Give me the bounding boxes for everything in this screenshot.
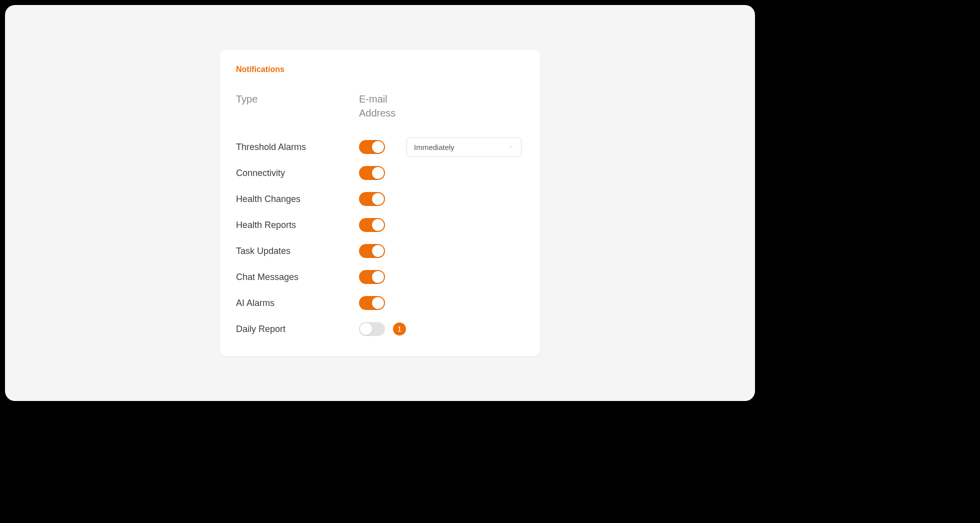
column-header-type: Type bbox=[236, 92, 359, 106]
toggle-knob bbox=[372, 271, 384, 283]
toggle-knob bbox=[372, 297, 384, 309]
table-row: Task Updates bbox=[236, 238, 524, 264]
table-row: Threshold Alarms Immediately bbox=[236, 134, 524, 160]
column-header-email: E-mail Address bbox=[359, 92, 406, 120]
badge-daily-report: 1 bbox=[393, 322, 406, 336]
table-row: AI Alarms bbox=[236, 290, 524, 316]
toggle-chat-messages[interactable] bbox=[359, 270, 385, 284]
toggle-daily-report[interactable] bbox=[359, 322, 385, 336]
toggle-ai-alarms[interactable] bbox=[359, 296, 385, 310]
toggle-knob bbox=[372, 245, 384, 257]
toggle-task-updates[interactable] bbox=[359, 244, 385, 258]
table-row: Health Reports bbox=[236, 212, 524, 238]
row-label-daily-report: Daily Report bbox=[236, 324, 286, 334]
toggle-knob bbox=[372, 193, 384, 205]
toggle-threshold-alarms[interactable] bbox=[359, 140, 385, 154]
row-label-health-reports: Health Reports bbox=[236, 220, 296, 230]
toggle-health-reports[interactable] bbox=[359, 218, 385, 232]
toggle-knob bbox=[372, 141, 384, 153]
row-label-chat-messages: Chat Messages bbox=[236, 272, 298, 282]
row-label-connectivity: Connectivity bbox=[236, 168, 285, 178]
toggle-health-changes[interactable] bbox=[359, 192, 385, 206]
table-row: Connectivity bbox=[236, 160, 524, 186]
row-label-health-changes: Health Changes bbox=[236, 194, 300, 204]
notifications-panel: Notifications Type E-mail Address Thresh… bbox=[220, 50, 540, 356]
toggle-knob bbox=[372, 219, 384, 231]
page-backdrop: Notifications Type E-mail Address Thresh… bbox=[5, 5, 755, 401]
row-label-task-updates: Task Updates bbox=[236, 246, 290, 256]
table-row: Chat Messages bbox=[236, 264, 524, 290]
table-header: Type E-mail Address bbox=[236, 92, 524, 120]
row-label-threshold-alarms: Threshold Alarms bbox=[236, 142, 306, 152]
table-row: Daily Report 1 bbox=[236, 316, 524, 342]
table-row: Health Changes bbox=[236, 186, 524, 212]
select-threshold-frequency[interactable]: Immediately bbox=[406, 138, 522, 156]
toggle-knob bbox=[372, 167, 384, 179]
panel-title: Notifications bbox=[236, 65, 524, 74]
row-label-ai-alarms: AI Alarms bbox=[236, 298, 274, 308]
select-value: Immediately bbox=[414, 143, 454, 152]
toggle-connectivity[interactable] bbox=[359, 166, 385, 180]
toggle-knob bbox=[360, 323, 372, 335]
chevron-down-icon bbox=[508, 142, 514, 152]
